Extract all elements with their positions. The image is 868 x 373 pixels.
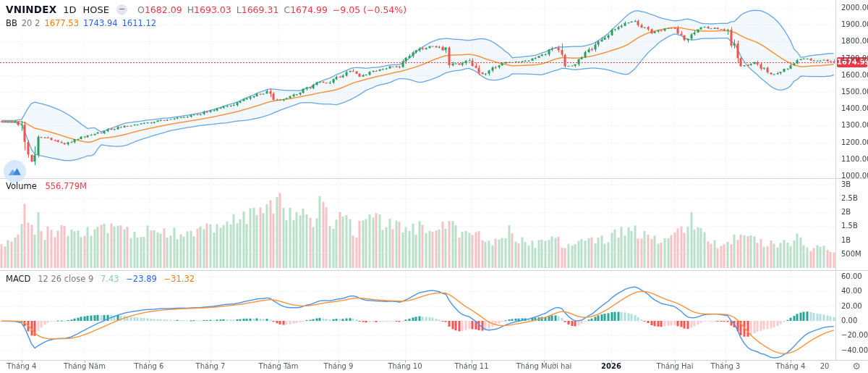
macd-axis-label: −40.00 [841, 346, 868, 354]
macd-axis-label: 0.00 [841, 317, 857, 324]
volume-axis-label: 2B [841, 208, 851, 216]
macd-axis-label: −20.00 [841, 331, 868, 339]
bb-upper-value: 1743.94 [83, 18, 118, 28]
time-axis-label: Tháng Năm [64, 362, 106, 370]
volume-label: Volume [6, 181, 37, 191]
bb-indicator-row[interactable]: BB 20 2 1677.53 1743.94 1611.12 [6, 18, 161, 28]
low-label: L [237, 4, 242, 15]
ohlc-values: O1682.09 H1693.03 L1669.31 C1674.99 −9.0… [137, 4, 407, 15]
time-axis-label: Tháng Hai [657, 362, 694, 370]
time-axis-label: Tháng 3 [711, 362, 741, 370]
high-label: H [187, 4, 194, 15]
price-axis-label: 1500.00 [841, 88, 868, 96]
price-axis-label: 1600.00 [841, 71, 868, 79]
bb-params: 20 2 [22, 18, 41, 28]
broker-logo-watermark [4, 160, 26, 183]
time-axis-label: Tháng 6 [135, 362, 164, 370]
close-label: C [284, 4, 290, 15]
price-axis-label: 1100.00 [841, 155, 868, 163]
volume-axis-label: 2.5B [841, 194, 858, 202]
bb-basis-value: 1677.53 [44, 18, 79, 28]
price-axis-label: 1300.00 [841, 121, 868, 129]
time-axis-label: Tháng 7 [196, 362, 226, 370]
volume-axis-label: 1B [841, 236, 851, 244]
volume-axis-label: 3B [841, 180, 851, 188]
mountains-icon [8, 167, 22, 176]
symbol-name[interactable]: VNINDEX [6, 4, 56, 15]
time-axis-label: 20 [820, 362, 830, 370]
price-axis-label: 2000.00 [841, 4, 868, 12]
interval-selector[interactable]: 1D [63, 4, 76, 15]
time-axis-label: Tháng 11 [454, 362, 488, 370]
price-axis-label: 1400.00 [841, 104, 868, 112]
low-value: 1669.31 [242, 4, 279, 15]
time-axis-label: Tháng Tám [259, 362, 299, 370]
macd-indicator-row[interactable]: MACD 12 26 close 9 7.43 −23.89 −31.32 [6, 274, 199, 284]
macd-params: 12 26 close 9 [38, 274, 93, 284]
time-axis-label: Tháng 10 [388, 362, 422, 370]
close-value: 1674.99 [290, 4, 328, 15]
volume-indicator-row[interactable]: Volume 556.779M [6, 181, 87, 191]
time-axis-label: Tháng 4 [7, 362, 37, 370]
high-value: 1693.03 [194, 4, 231, 15]
macd-axis-label: 60.00 [841, 272, 862, 280]
time-axis[interactable]: ⚙ Tháng 4Tháng NămTháng 6Tháng 7Tháng Tá… [0, 360, 868, 373]
open-label: O [137, 4, 145, 15]
price-axis-label: 1800.00 [841, 37, 868, 45]
volume-axis-label: 500M [841, 250, 861, 258]
price-axis-label: 1200.00 [841, 138, 868, 146]
price-axis[interactable]: 1674.99 2000.001900.001800.001700.001600… [836, 0, 868, 360]
open-value: 1682.09 [145, 4, 182, 15]
trading-chart-app: VNINDEX 1D HOSE − O1682.09 H1693.03 L166… [0, 0, 868, 373]
bb-lower-value: 1611.12 [122, 18, 157, 28]
collapse-symbol-icon[interactable]: − [116, 4, 127, 15]
price-axis-label: 1000.00 [841, 172, 868, 180]
volume-value: 556.779M [45, 181, 86, 191]
gear-icon[interactable]: ⚙ [852, 361, 861, 372]
time-axis-label: Tháng 9 [324, 362, 354, 370]
price-axis-label: 1700.00 [841, 54, 868, 62]
price-axis-label: 1900.00 [841, 20, 868, 28]
chart-canvas[interactable] [0, 0, 868, 373]
exchange-name: HOSE [83, 4, 109, 15]
macd-label: MACD [6, 274, 30, 284]
macd-signal-value: −31.32 [163, 274, 195, 284]
symbol-header: VNINDEX 1D HOSE − O1682.09 H1693.03 L166… [6, 4, 407, 15]
change-value: −9.05 (−0.54%) [333, 4, 407, 15]
macd-axis-label: 40.00 [841, 287, 862, 295]
macd-hist-value: 7.43 [101, 274, 119, 284]
time-axis-label: Tháng Mười hai [516, 362, 572, 370]
time-axis-label: Tháng 4 [776, 362, 806, 370]
macd-line-value: −23.89 [126, 274, 157, 284]
volume-axis-label: 1.5B [841, 222, 858, 230]
bb-name: BB [6, 18, 17, 28]
time-axis-label: 2026 [601, 362, 621, 370]
macd-axis-label: 20.00 [841, 302, 862, 310]
